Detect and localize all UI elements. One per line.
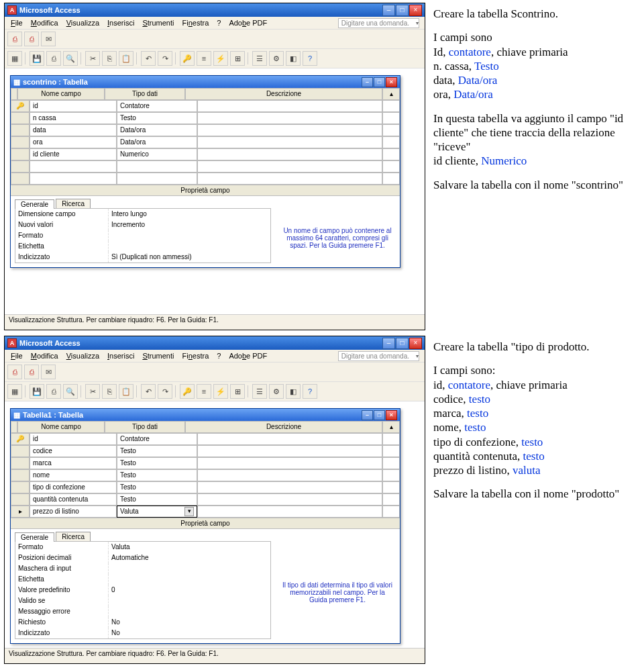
menu-visualizza[interactable]: Visualizza [63,18,103,28]
redo-icon[interactable]: ↷ [158,51,172,66]
menu-help[interactable]: ? [213,18,224,28]
field-type-cell[interactable] [117,173,197,185]
field-name-cell[interactable]: data [30,124,117,136]
row-selector[interactable] [11,112,30,124]
col-header-name[interactable]: Nome campo [17,421,105,433]
menu-adobe-pdf[interactable]: Adobe PDF [225,18,270,28]
property-value[interactable] [108,563,270,574]
property-value[interactable] [108,606,270,617]
row-selector[interactable] [11,160,30,173]
tab-generale[interactable]: Generale [15,199,54,209]
field-type-cell[interactable]: Testo [117,469,197,481]
field-type-cell[interactable]: Numerico [117,148,197,160]
field-row[interactable]: 🔑idContatore [11,433,400,445]
property-row[interactable]: Valido se [15,595,270,606]
property-value[interactable]: Sì (Duplicati non ammessi) [108,252,270,262]
undo-icon[interactable]: ↶ [141,384,156,399]
menu-finestra[interactable]: Finestra [179,18,213,28]
tab-ricerca[interactable]: Ricerca [56,199,91,208]
field-row[interactable]: quantità contenutaTesto [11,493,400,506]
field-name-cell[interactable] [30,160,117,173]
field-row[interactable]: tipo di confezioneTesto [11,481,400,493]
print-icon[interactable]: ⎙ [46,51,61,66]
menu-inserisci[interactable]: Inserisci [104,18,138,28]
menu-file[interactable]: File [7,18,26,28]
field-type-cell[interactable]: Valuta▾ [117,506,197,518]
field-name-cell[interactable]: nome [30,469,117,481]
db-icon[interactable]: ◧ [286,384,301,399]
property-value[interactable]: No [108,628,270,638]
col-header-type[interactable]: Tipo dati [105,88,185,100]
build-icon[interactable]: ⚙ [269,384,284,399]
menu-modifica[interactable]: Modifica [28,18,62,28]
col-header-desc[interactable]: Descrizione [185,88,382,100]
field-type-cell[interactable]: Testo [117,445,197,457]
field-name-cell[interactable]: codice [30,445,117,457]
field-desc-cell[interactable] [197,173,382,185]
property-value[interactable] [108,230,270,241]
row-selector[interactable] [11,136,30,148]
property-row[interactable]: Messaggio errore [15,606,270,617]
inner-minimize[interactable]: – [362,410,373,420]
property-value[interactable]: No [108,617,270,628]
col-header-desc[interactable]: Descrizione [185,421,382,433]
field-desc-cell[interactable] [197,112,382,124]
row-selector[interactable]: 🔑 [11,100,30,112]
property-value[interactable]: Automatiche [108,553,270,563]
tab-generale[interactable]: Generale [15,532,54,542]
field-desc-cell[interactable] [197,506,382,518]
field-name-cell[interactable]: tipo di confezione [30,481,117,493]
tab-ricerca[interactable]: Ricerca [56,532,91,541]
property-row[interactable]: Valore predefinito0 [15,585,270,595]
property-value[interactable]: 0 [108,585,270,595]
property-value[interactable]: Incremento [108,220,270,230]
property-value[interactable] [108,595,270,606]
row-selector[interactable] [11,445,30,457]
paste-icon[interactable]: 📋 [119,51,133,66]
menu-visualizza[interactable]: Visualizza [63,351,103,361]
field-name-cell[interactable] [30,173,117,185]
copy-icon[interactable]: ⎘ [102,51,117,66]
row-selector[interactable] [11,457,30,469]
property-row[interactable]: Etichetta [15,241,270,252]
property-row[interactable]: Formato [15,230,270,241]
undo-icon[interactable]: ↶ [141,51,156,66]
print-icon[interactable]: ⎙ [46,384,61,399]
dropdown-icon[interactable]: ▾ [184,507,194,516]
lightning-icon[interactable]: ⚡ [213,51,228,66]
field-row[interactable]: codiceTesto [11,445,400,457]
property-row[interactable]: Nuovi valoriIncremento [15,220,270,230]
field-name-cell[interactable]: n cassa [30,112,117,124]
field-name-cell[interactable]: quantità contenuta [30,493,117,506]
field-row[interactable]: oraData/ora [11,136,400,148]
menu-adobe-pdf[interactable]: Adobe PDF [225,351,270,361]
menu-file[interactable]: File [7,351,26,361]
view-icon[interactable]: ▦ [7,384,22,399]
key-icon[interactable]: 🔑 [180,384,195,399]
pdf-icon-3[interactable]: ✉ [41,365,56,379]
help-icon[interactable]: ? [303,51,317,66]
field-row[interactable] [11,173,400,185]
preview-icon[interactable]: 🔍 [63,384,78,399]
row-selector[interactable]: ▸ [11,506,30,518]
props-icon[interactable]: ☰ [252,384,267,399]
field-type-cell[interactable]: Contatore [117,100,197,112]
minimize-button[interactable]: – [382,338,395,349]
inner-close[interactable]: × [386,77,397,87]
save-icon[interactable]: 💾 [30,384,44,399]
field-desc-cell[interactable] [197,160,382,173]
property-row[interactable]: IndicizzatoSì (Duplicati non ammessi) [15,252,270,262]
field-name-cell[interactable]: id cliente [30,148,117,160]
field-name-cell[interactable]: marca [30,457,117,469]
property-value[interactable] [108,241,270,252]
paste-icon[interactable]: 📋 [119,384,133,399]
ask-dropdown-icon[interactable]: ▾ [413,352,422,360]
field-type-cell[interactable] [117,160,197,173]
redo-icon[interactable]: ↷ [158,384,172,399]
field-row[interactable]: dataData/ora [11,124,400,136]
field-row[interactable] [11,160,400,173]
build-icon[interactable]: ⚙ [269,51,284,66]
view-icon[interactable]: ▦ [7,51,22,66]
field-desc-cell[interactable] [197,148,382,160]
menu-inserisci[interactable]: Inserisci [104,351,138,361]
